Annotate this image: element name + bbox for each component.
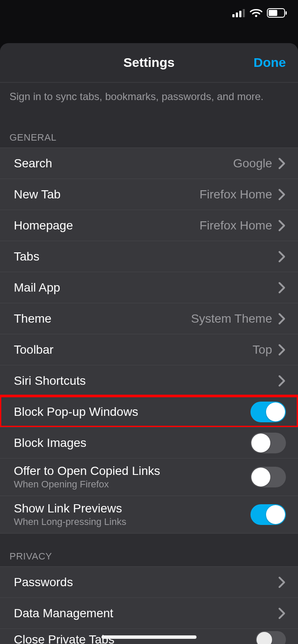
wifi-icon (250, 8, 263, 18)
offer-copied-switch[interactable] (250, 467, 286, 487)
row-siri-shortcuts[interactable]: Siri Shortcuts (0, 365, 298, 396)
row-label: Search (14, 157, 52, 170)
row-label: Theme (14, 312, 51, 326)
row-theme[interactable]: Theme System Theme (0, 303, 298, 334)
settings-sheet: Settings Done Sign in to sync tabs, book… (0, 43, 298, 644)
block-images-switch[interactable] (250, 433, 286, 453)
chevron-right-icon (278, 576, 286, 588)
svg-rect-3 (243, 9, 245, 17)
svg-rect-6 (269, 10, 277, 16)
row-tabs[interactable]: Tabs (0, 241, 298, 272)
row-subtitle: When Long-pressing Links (14, 516, 126, 528)
close-private-switch[interactable] (256, 631, 286, 644)
row-label: Show Link Previews (14, 502, 126, 515)
svg-rect-0 (232, 14, 235, 17)
row-label: Passwords (14, 575, 73, 589)
home-indicator[interactable] (101, 635, 197, 639)
row-label: Data Management (14, 606, 113, 620)
battery-icon (267, 8, 288, 18)
chevron-right-icon (278, 251, 286, 263)
row-label: Block Images (14, 436, 86, 450)
block-popup-switch[interactable] (250, 402, 286, 422)
cellular-signal-icon (232, 9, 245, 17)
section-header-general: GENERAL (0, 106, 298, 148)
chevron-right-icon (278, 220, 286, 232)
row-label: Block Pop-up Windows (14, 405, 138, 419)
row-label: Tabs (14, 250, 39, 264)
done-button[interactable]: Done (254, 55, 286, 70)
chevron-right-icon (278, 188, 286, 201)
row-show-link-previews[interactable]: Show Link Previews When Long-pressing Li… (0, 496, 298, 534)
row-subtitle: When Opening Firefox (14, 479, 160, 490)
row-mail-app[interactable]: Mail App (0, 272, 298, 303)
row-toolbar[interactable]: Toolbar Top (0, 334, 298, 365)
row-value: Google (233, 157, 272, 170)
row-passwords[interactable]: Passwords (0, 566, 298, 597)
row-value: Firefox Home (200, 219, 272, 232)
row-value: Top (253, 343, 272, 357)
row-data-management[interactable]: Data Management (0, 597, 298, 628)
chevron-right-icon (278, 313, 286, 325)
row-label: Siri Shortcuts (14, 374, 86, 388)
row-value: System Theme (191, 312, 272, 326)
chevron-right-icon (278, 282, 286, 294)
svg-rect-7 (285, 11, 287, 15)
row-label: Offer to Open Copied Links (14, 464, 160, 478)
settings-content[interactable]: Sign in to sync tabs, bookmarks, passwor… (0, 82, 298, 644)
signin-hint: Sign in to sync tabs, bookmarks, passwor… (0, 82, 298, 106)
chevron-right-icon (278, 607, 286, 619)
section-header-privacy: PRIVACY (0, 534, 298, 566)
row-block-images[interactable]: Block Images (0, 427, 298, 458)
svg-point-4 (255, 15, 257, 17)
chevron-right-icon (278, 157, 286, 170)
row-label: Toolbar (14, 343, 54, 357)
row-offer-copied-links[interactable]: Offer to Open Copied Links When Opening … (0, 458, 298, 496)
chevron-right-icon (278, 344, 286, 356)
svg-rect-2 (239, 11, 241, 17)
row-label: New Tab (14, 188, 60, 201)
row-search[interactable]: Search Google (0, 148, 298, 179)
link-previews-switch[interactable] (250, 504, 286, 525)
row-label: Mail App (14, 281, 60, 295)
row-homepage[interactable]: Homepage Firefox Home (0, 210, 298, 241)
status-bar (0, 0, 298, 26)
row-new-tab[interactable]: New Tab Firefox Home (0, 179, 298, 210)
chevron-right-icon (278, 375, 286, 387)
row-label: Homepage (14, 219, 73, 232)
row-block-popup-windows[interactable]: Block Pop-up Windows (0, 396, 298, 427)
row-label: Close Private Tabs (14, 633, 114, 644)
screen: Settings Done Sign in to sync tabs, book… (0, 0, 298, 644)
navbar: Settings Done (0, 43, 298, 82)
row-value: Firefox Home (200, 188, 272, 201)
svg-rect-1 (236, 13, 238, 17)
page-title: Settings (124, 55, 174, 70)
